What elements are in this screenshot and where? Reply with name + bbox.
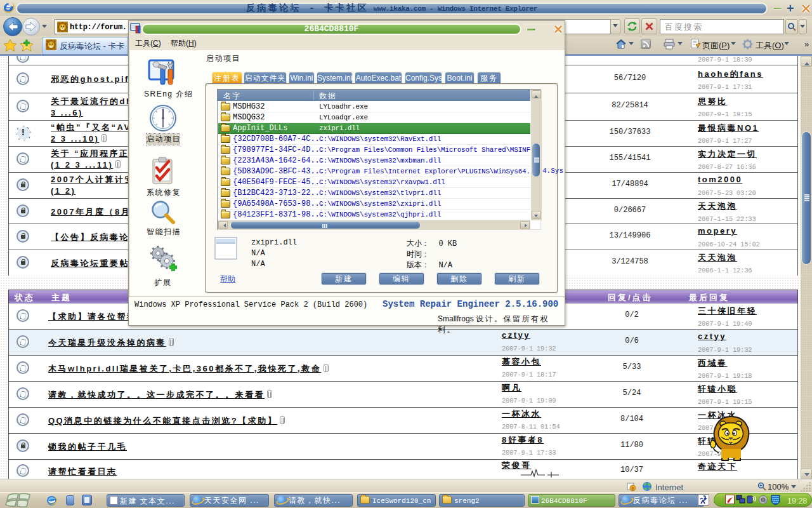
svg-text:!: ! <box>632 486 634 491</box>
